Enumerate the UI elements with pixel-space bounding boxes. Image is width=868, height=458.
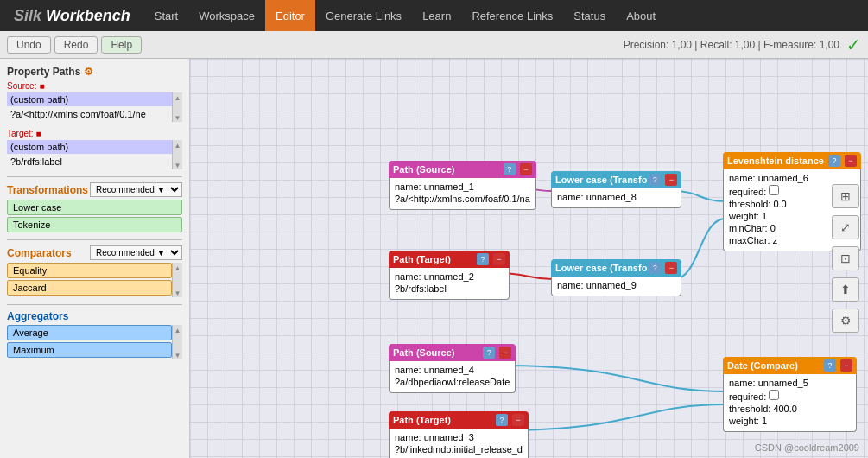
icon-fit[interactable]: ⊡ <box>832 246 859 270</box>
left-panel: Property Paths ⚙ Source: ■ (custom path)… <box>0 59 190 458</box>
node-field-name: name: unnamed_4 <box>395 365 510 375</box>
node-field-path: ?b/linkedmdb:initial_release_d <box>395 444 523 455</box>
brand-name: Workbench <box>46 7 130 24</box>
node-path-source-1-body: name: unnamed_1 ?a/<http://xmlns.com/foa… <box>389 178 536 210</box>
node-path-target-2[interactable]: Path (Target) ? − name: unnamed_3 ?b/lin… <box>389 411 529 458</box>
metrics-text: Precision: 1,00 | Recall: 1,00 | F-measu… <box>624 39 839 51</box>
transform-lowercase[interactable]: Lower case <box>7 200 182 215</box>
node-field-name: name: unnamed_9 <box>557 280 675 290</box>
node-lower-case-2-close[interactable]: − <box>665 262 677 274</box>
node-field-path: ?b/rdfs:label <box>395 283 504 294</box>
node-field-path: ?a/<http://xmlns.com/foaf/0.1/na <box>395 194 530 204</box>
nav-workspace[interactable]: Workspace <box>188 0 265 31</box>
icon-grid[interactable]: ⊞ <box>832 184 859 208</box>
node-path-source-1-info[interactable]: ? <box>504 163 516 175</box>
source-label: Source: ■ <box>7 81 182 91</box>
nav-start[interactable]: Start <box>144 0 188 31</box>
node-path-target-2-close[interactable]: − <box>512 414 524 426</box>
node-lower-case-1-close[interactable]: − <box>665 174 677 186</box>
undo-button[interactable]: Undo <box>7 36 51 54</box>
node-date-compare[interactable]: Date (Compare) ? − name: unnamed_5 requi… <box>723 357 857 432</box>
aggregators-section: Aggregators Average Maximum ▲ ▼ <box>7 310 182 359</box>
help-button[interactable]: Help <box>101 36 142 54</box>
comparators-title: Comparators <box>7 247 72 259</box>
source-path-item[interactable]: ?a/<http://xmlns.com/foaf/0.1/ne <box>7 107 172 122</box>
navbar: Silk Workbench Start Workspace Editor Ge… <box>0 0 868 31</box>
comparators-select[interactable]: Recommended ▼ <box>90 245 182 260</box>
node-path-target-1-body: name: unnamed_2 ?b/rdfs:label <box>389 268 510 300</box>
metrics-area: Precision: 1,00 | Recall: 1,00 | F-measu… <box>624 35 861 55</box>
toolbar: Undo Redo Help Precision: 1,00 | Recall:… <box>0 31 868 59</box>
node-path-target-1-info[interactable]: ? <box>477 253 489 265</box>
node-path-source-2-close[interactable]: − <box>499 347 511 359</box>
node-date-compare-info[interactable]: ? <box>824 359 836 372</box>
target-custom-path[interactable]: (custom path) <box>7 140 172 155</box>
node-path-source-1[interactable]: Path (Source) ? − name: unnamed_1 ?a/<ht… <box>389 161 536 210</box>
comparator-equality[interactable]: Equality <box>7 263 172 278</box>
node-lower-case-1-info[interactable]: ? <box>649 174 661 186</box>
icon-settings[interactable]: ⚙ <box>832 309 859 333</box>
nav-learn[interactable]: Learn <box>412 0 461 31</box>
node-lower-case-2-body: name: unnamed_9 <box>551 277 681 296</box>
target-path-item[interactable]: ?b/rdfs:label <box>7 155 172 169</box>
gear-icon: ⚙ <box>84 66 93 78</box>
node-levenshtein-info[interactable]: ? <box>828 155 840 167</box>
transform-tokenize[interactable]: Tokenize <box>7 217 182 232</box>
redo-button[interactable]: Redo <box>54 36 98 54</box>
comparators-scrollbar[interactable]: ▲ ▼ <box>172 263 182 297</box>
node-path-source-2[interactable]: Path (Source) ? − name: unnamed_4 ?a/dbp… <box>389 344 516 393</box>
target-label: Target: ■ <box>7 129 182 138</box>
editor-canvas[interactable]: Path (Source) ? − name: unnamed_1 ?a/<ht… <box>190 59 868 458</box>
node-date-compare-close[interactable]: − <box>840 359 852 372</box>
node-levenshtein-close[interactable]: − <box>845 155 857 167</box>
target-scrollbar[interactable]: ▲ ▼ <box>172 140 182 169</box>
comparators-header: Comparators Recommended ▼ <box>7 245 182 260</box>
node-path-source-2-header: Path (Source) ? − <box>389 344 516 361</box>
node-path-target-2-header: Path (Target) ? − <box>389 411 529 429</box>
aggregators-title: Aggregators <box>7 310 68 322</box>
node-path-source-2-info[interactable]: ? <box>483 347 495 359</box>
node-dc-threshold: threshold: 400.0 <box>729 404 851 414</box>
icon-export[interactable]: ⬆ <box>832 277 859 302</box>
node-dc-name: name: unnamed_5 <box>729 378 851 388</box>
comparator-jaccard[interactable]: Jaccard <box>7 280 172 296</box>
transformations-select[interactable]: Recommended ▼ <box>90 182 182 197</box>
node-date-compare-body: name: unnamed_5 required: threshold: 400… <box>723 374 857 432</box>
aggregator-average[interactable]: Average <box>7 325 172 340</box>
nav-status[interactable]: Status <box>563 0 616 31</box>
source-path-list: (custom path) ?a/<http://xmlns.com/foaf/… <box>7 92 182 122</box>
node-path-target-1-close[interactable]: − <box>493 253 505 265</box>
transformations-header: Transformations Recommended ▼ <box>7 182 182 197</box>
right-icons-panel: ⊞ ⤢ ⊡ ⬆ ⚙ <box>832 184 859 333</box>
node-field-name: name: unnamed_3 <box>395 432 523 442</box>
brand-prefix: Silk <box>14 7 46 24</box>
node-levenshtein-header: Levenshtein distance ? − <box>723 152 861 169</box>
source-scrollbar[interactable]: ▲ ▼ <box>172 92 182 122</box>
node-lower-case-2-info[interactable]: ? <box>649 262 661 274</box>
node-field-name: name: unnamed_1 <box>395 181 530 192</box>
node-lower-case-1-body: name: unnamed_8 <box>551 188 681 208</box>
source-custom-path[interactable]: (custom path) <box>7 92 172 107</box>
nav-reference-links[interactable]: Reference Links <box>461 0 563 31</box>
nav-editor[interactable]: Editor <box>265 0 315 31</box>
comparators-list: Equality Jaccard ▲ ▼ <box>7 263 182 297</box>
nav-about[interactable]: About <box>616 0 666 31</box>
node-path-target-1-header: Path (Target) ? − <box>389 251 510 268</box>
node-lower-case-1-header: Lower case (Transfo ? − <box>551 171 681 188</box>
dc-required-checkbox[interactable] <box>769 390 779 400</box>
node-lower-case-2[interactable]: Lower case (Transfo ? − name: unnamed_9 <box>551 259 681 296</box>
node-lower-case-1[interactable]: Lower case (Transfo ? − name: unnamed_8 <box>551 171 681 208</box>
transformations-section: Transformations Recommended ▼ Lower case… <box>7 182 182 232</box>
node-path-source-1-close[interactable]: − <box>520 163 532 175</box>
node-field-name: name: unnamed_8 <box>557 192 675 202</box>
aggregators-scrollbar[interactable]: ▲ ▼ <box>172 325 182 359</box>
node-path-target-1[interactable]: Path (Target) ? − name: unnamed_2 ?b/rdf… <box>389 251 510 300</box>
lev-required-checkbox[interactable] <box>769 185 779 195</box>
source-section: Source: ■ (custom path) ?a/<http://xmlns… <box>7 81 182 122</box>
aggregator-maximum[interactable]: Maximum <box>7 342 172 358</box>
node-lev-name: name: unnamed_6 <box>729 173 855 183</box>
node-path-target-2-info[interactable]: ? <box>496 414 508 426</box>
main-layout: Property Paths ⚙ Source: ■ (custom path)… <box>0 59 868 458</box>
nav-generate-links[interactable]: Generate Links <box>315 0 412 31</box>
icon-expand[interactable]: ⤢ <box>832 215 859 239</box>
